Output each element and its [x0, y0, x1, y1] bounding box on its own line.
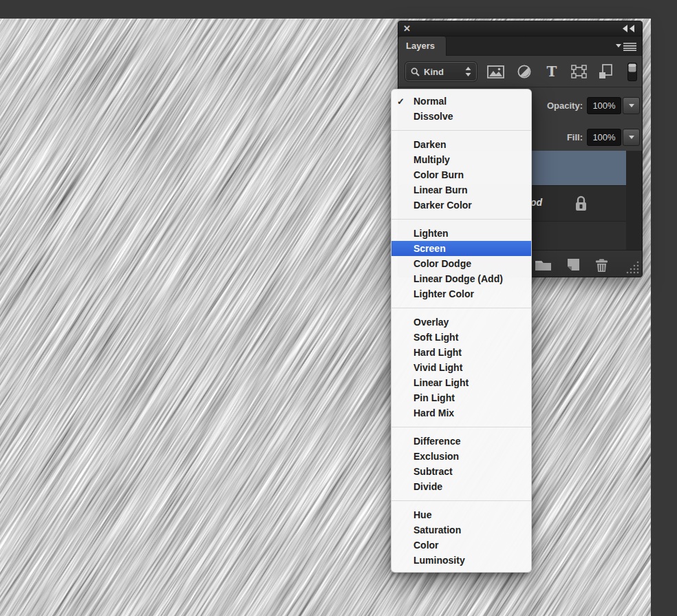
- chevron-down-icon: [629, 104, 634, 107]
- check-icon: ✓: [397, 96, 413, 107]
- layer-name-fragment: od: [530, 197, 542, 208]
- menu-item-exclusion[interactable]: Exclusion: [391, 449, 531, 464]
- menu-item-normal[interactable]: ✓Normal: [391, 94, 531, 109]
- chevron-down-icon: [629, 136, 634, 139]
- folder-icon: [535, 259, 552, 271]
- app-frame-top: [0, 0, 677, 19]
- delete-layer-button[interactable]: [592, 256, 610, 274]
- menu-item-label: Dissolve: [413, 111, 531, 122]
- menu-item-divide[interactable]: Divide: [391, 479, 531, 494]
- menu-item-label: Exclusion: [413, 451, 531, 462]
- menu-item-label: Subtract: [413, 466, 531, 477]
- menu-item-difference[interactable]: Difference: [391, 434, 531, 449]
- menu-item-label: Color Burn: [413, 169, 531, 180]
- menu-item-label: Difference: [413, 436, 531, 447]
- search-icon: [411, 67, 420, 76]
- pixel-layer-filter-icon[interactable]: [484, 56, 507, 87]
- menu-item-label: Screen: [413, 243, 531, 254]
- menu-item-hard-light[interactable]: Hard Light: [391, 345, 531, 360]
- menu-item-color-burn[interactable]: Color Burn: [391, 167, 531, 182]
- menu-item-label: Lighter Color: [413, 288, 531, 299]
- menu-separator: [391, 219, 531, 220]
- menu-item-screen[interactable]: Screen: [391, 241, 531, 256]
- menu-item-luminosity[interactable]: Luminosity: [391, 553, 531, 568]
- menu-item-color[interactable]: Color: [391, 538, 531, 553]
- menu-separator: [391, 500, 531, 501]
- menu-item-label: Darker Color: [413, 200, 531, 211]
- filter-kind-dropdown[interactable]: Kind: [405, 62, 477, 81]
- menu-item-label: Multiply: [413, 154, 531, 165]
- panel-tabbar: Layers: [398, 36, 642, 56]
- app-frame-right: [651, 0, 677, 616]
- menu-item-label: Linear Burn: [413, 184, 531, 195]
- menu-item-label: Darken: [413, 139, 531, 150]
- photoshop-workspace: ✕ Layers: [0, 0, 677, 616]
- menu-item-pin-light[interactable]: Pin Light: [391, 390, 531, 405]
- shape-layer-filter-icon[interactable]: [567, 56, 590, 87]
- menu-item-saturation[interactable]: Saturation: [391, 522, 531, 538]
- menu-item-linear-dodge-add[interactable]: Linear Dodge (Add): [391, 271, 531, 286]
- menu-separator: [391, 427, 531, 427]
- menu-item-subtract[interactable]: Subtract: [391, 464, 531, 479]
- menu-item-label: Luminosity: [413, 555, 531, 566]
- menu-item-dissolve[interactable]: Dissolve: [391, 109, 531, 124]
- menu-item-linear-light[interactable]: Linear Light: [391, 375, 531, 390]
- menu-item-label: Linear Dodge (Add): [413, 273, 531, 284]
- menu-item-label: Pin Light: [413, 392, 531, 403]
- fill-dropdown-button[interactable]: [623, 129, 640, 146]
- menu-item-label: Normal: [413, 96, 531, 107]
- menu-item-label: Lighten: [413, 228, 531, 239]
- layer-filter-switch-icon[interactable]: [625, 56, 639, 87]
- close-icon[interactable]: ✕: [403, 21, 411, 36]
- menu-item-label: Overlay: [413, 317, 531, 328]
- menu-item-label: Hard Mix: [413, 407, 531, 418]
- menu-item-hue[interactable]: Hue: [391, 507, 531, 522]
- menu-item-darker-color[interactable]: Darker Color: [391, 198, 531, 213]
- menu-item-darken[interactable]: Darken: [391, 137, 531, 152]
- menu-item-label: Saturation: [413, 524, 531, 535]
- opacity-dropdown-button[interactable]: [623, 97, 640, 114]
- new-layer-icon: [566, 258, 581, 273]
- opacity-label: Opacity:: [547, 97, 583, 114]
- menu-item-vivid-light[interactable]: Vivid Light: [391, 360, 531, 375]
- fill-label: Fill:: [567, 129, 583, 146]
- menu-item-lighten[interactable]: Lighten: [391, 226, 531, 241]
- menu-item-label: Color Dodge: [413, 258, 531, 269]
- menu-separator: [391, 308, 531, 308]
- type-layer-filter-icon[interactable]: T: [540, 56, 563, 87]
- collapse-double-left-icon[interactable]: [621, 24, 636, 33]
- menu-item-label: Soft Light: [413, 332, 531, 343]
- smart-object-filter-icon[interactable]: [594, 56, 617, 87]
- menu-item-linear-burn[interactable]: Linear Burn: [391, 182, 531, 198]
- menu-item-label: Hard Light: [413, 347, 531, 358]
- panel-menu-icon[interactable]: [616, 42, 636, 51]
- adjustment-layer-filter-icon[interactable]: [513, 56, 536, 87]
- new-group-button[interactable]: [534, 256, 552, 274]
- menu-item-label: Linear Light: [413, 377, 531, 388]
- lock-icon: [573, 195, 589, 212]
- menu-item-lighter-color[interactable]: Lighter Color: [391, 286, 531, 301]
- fill-value-field[interactable]: 100%: [587, 129, 621, 146]
- layer-list-scroll-gutter[interactable]: [625, 151, 642, 250]
- tab-layers[interactable]: Layers: [398, 36, 447, 56]
- panel-titlebar: ✕: [398, 21, 642, 36]
- menu-item-label: Vivid Light: [413, 362, 531, 373]
- updown-arrows-icon: [465, 67, 471, 76]
- blend-mode-menu: ✓NormalDissolveDarkenMultiplyColor BurnL…: [391, 89, 532, 573]
- layer-filter-row: Kind T: [398, 56, 642, 87]
- menu-item-multiply[interactable]: Multiply: [391, 152, 531, 167]
- menu-item-soft-light[interactable]: Soft Light: [391, 330, 531, 345]
- menu-item-label: Color: [413, 540, 531, 551]
- trash-icon: [594, 257, 610, 273]
- menu-item-color-dodge[interactable]: Color Dodge: [391, 256, 531, 271]
- menu-item-overlay[interactable]: Overlay: [391, 315, 531, 330]
- filter-kind-label: Kind: [424, 67, 465, 77]
- menu-item-label: Hue: [413, 509, 531, 520]
- resize-grip[interactable]: [625, 260, 641, 275]
- menu-separator: [391, 130, 531, 131]
- new-layer-button[interactable]: [564, 256, 582, 274]
- menu-item-label: Divide: [413, 481, 531, 492]
- opacity-value-field[interactable]: 100%: [587, 97, 621, 114]
- menu-item-hard-mix[interactable]: Hard Mix: [391, 405, 531, 421]
